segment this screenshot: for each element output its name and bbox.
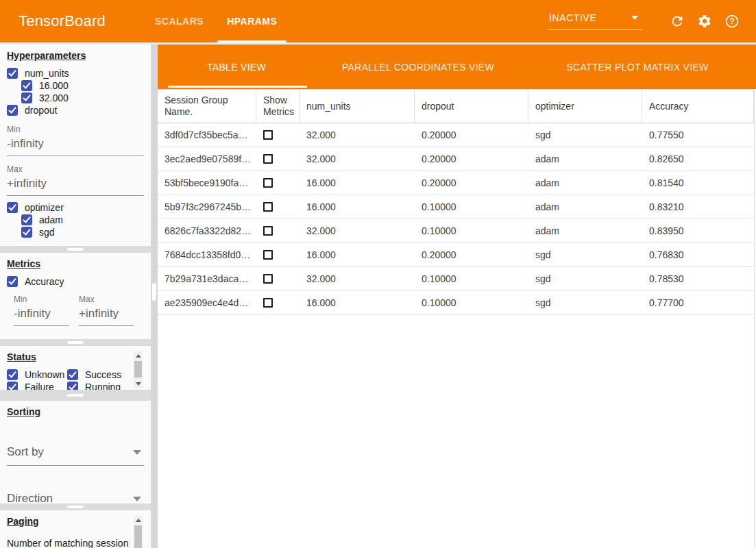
- table-row: ae235909ec4e4d… 16.000 0.10000 sgd 0.777…: [158, 291, 754, 315]
- accuracy-value: 0.77550: [642, 123, 754, 147]
- paging-scrollbar[interactable]: [134, 516, 143, 548]
- dropout-max-input[interactable]: +infinity: [7, 174, 144, 196]
- accuracy-value: 0.83210: [642, 195, 754, 219]
- checkbox-checked-icon[interactable]: [21, 80, 32, 91]
- checkbox-checked-icon[interactable]: [7, 276, 18, 287]
- status-unknown[interactable]: Unknown: [7, 369, 67, 381]
- show-metrics-checkbox[interactable]: [263, 250, 273, 260]
- col-header-optimizer: optimizer: [528, 90, 642, 123]
- run-status-dropdown[interactable]: INACTIVE: [548, 12, 642, 30]
- direction-dropdown[interactable]: Direction: [7, 490, 144, 503]
- status-failure[interactable]: Failure: [7, 381, 67, 390]
- checkbox-checked-icon[interactable]: [7, 68, 18, 79]
- scrollbar-thumb[interactable]: [134, 361, 142, 377]
- arrow-up-icon[interactable]: [136, 519, 141, 522]
- optimizer-value: sgd: [528, 267, 642, 290]
- hparam-optimizer-sgd[interactable]: sgd: [21, 226, 151, 238]
- accuracy-min-input[interactable]: -infinity: [14, 304, 69, 326]
- col-header-num-units: num_units: [300, 90, 415, 123]
- chevron-down-icon: [133, 450, 141, 455]
- dropout-value: 0.10000: [415, 195, 528, 219]
- scrollbar-thumb[interactable]: [134, 525, 142, 548]
- value-label: sgd: [39, 227, 55, 238]
- tab-scalars[interactable]: SCALARS: [143, 0, 215, 42]
- col-header-show-metrics: Show Metrics: [256, 90, 300, 123]
- checkbox-checked-icon[interactable]: [7, 202, 18, 213]
- show-metrics-checkbox[interactable]: [263, 298, 273, 308]
- hparam-num-units[interactable]: num_units: [7, 67, 151, 79]
- gear-icon[interactable]: [697, 14, 712, 29]
- accuracy-max-label: Max: [79, 295, 134, 304]
- num-units-value: 32.000: [300, 267, 415, 290]
- sidebar-scrollbar[interactable]: [151, 45, 158, 548]
- accuracy-value: 0.83950: [642, 219, 754, 242]
- hparam-optimizer-label: optimizer: [25, 202, 64, 213]
- accuracy-max-input[interactable]: +infinity: [79, 304, 134, 326]
- accuracy-value: 0.81540: [642, 171, 754, 195]
- status-running[interactable]: Running: [67, 381, 127, 390]
- metric-accuracy[interactable]: Accuracy: [7, 275, 151, 288]
- status-scrollbar[interactable]: [134, 351, 143, 388]
- hyperparameters-panel: Hyperparameters num_units 16.000 32.000 …: [0, 45, 151, 246]
- dropout-min-input[interactable]: -infinity: [7, 134, 144, 156]
- help-icon[interactable]: ?: [724, 14, 740, 29]
- status-running-label: Running: [85, 382, 121, 390]
- tab-parallel-coordinates-view[interactable]: PARALLEL COORDINATES VIEW: [315, 45, 521, 89]
- dropout-value: 0.20000: [415, 171, 528, 195]
- dropout-value: 0.20000: [415, 243, 528, 266]
- session-group-name: 3ec2aed9e07589f…: [158, 147, 256, 171]
- arrow-down-icon[interactable]: [136, 382, 141, 386]
- show-metrics-checkbox[interactable]: [263, 178, 273, 188]
- checkbox-checked-icon[interactable]: [7, 105, 18, 116]
- status-unknown-label: Unknown: [25, 369, 64, 380]
- scrollbar-thumb[interactable]: [152, 283, 156, 301]
- arrow-up-icon[interactable]: [136, 354, 141, 358]
- top-toolbar: TensorBoard SCALARS HPARAMS INACTIVE ?: [0, 0, 756, 42]
- show-metrics-checkbox[interactable]: [263, 154, 273, 164]
- checkbox-checked-icon[interactable]: [21, 214, 32, 225]
- optimizer-value: sgd: [528, 243, 642, 266]
- optimizer-value: sgd: [528, 123, 642, 147]
- paging-summary-text: Number of matching session groups: 8: [7, 537, 134, 548]
- sort-by-dropdown[interactable]: Sort by: [7, 444, 144, 466]
- panel-resize-handle[interactable]: [67, 394, 84, 397]
- hparam-optimizer-adam[interactable]: adam: [21, 214, 151, 226]
- app-title: TensorBoard: [19, 12, 106, 30]
- value-label: 16.000: [39, 80, 69, 91]
- chevron-down-icon: [631, 16, 638, 20]
- num-units-value: 32.000: [300, 123, 415, 147]
- dropout-value: 0.20000: [415, 147, 528, 171]
- checkbox-checked-icon[interactable]: [7, 382, 18, 390]
- show-metrics-checkbox[interactable]: [263, 130, 273, 140]
- checkbox-checked-icon[interactable]: [67, 382, 78, 390]
- run-status-value: INACTIVE: [549, 12, 596, 23]
- status-success[interactable]: Success: [67, 369, 127, 381]
- session-group-name: 7b29a731e3daca…: [158, 267, 256, 290]
- dropout-value: 0.10000: [415, 291, 528, 314]
- optimizer-value: adam: [528, 195, 642, 219]
- hparam-num-units-32[interactable]: 32.000: [21, 92, 151, 104]
- show-metrics-checkbox[interactable]: [263, 202, 273, 212]
- num-units-value: 16.000: [300, 243, 415, 266]
- show-metrics-checkbox[interactable]: [263, 274, 273, 284]
- tab-hparams[interactable]: HPARAMS: [215, 0, 289, 42]
- panel-resize-handle[interactable]: [67, 248, 84, 251]
- status-heading: Status: [7, 351, 36, 362]
- hparam-num-units-16[interactable]: 16.000: [21, 79, 151, 92]
- checkbox-checked-icon[interactable]: [67, 369, 78, 380]
- checkbox-checked-icon[interactable]: [21, 92, 32, 103]
- tab-table-view[interactable]: TABLE VIEW: [158, 45, 315, 89]
- checkbox-checked-icon[interactable]: [21, 227, 32, 238]
- hparam-dropout[interactable]: dropout: [7, 104, 151, 116]
- metrics-heading: Metrics: [7, 258, 40, 269]
- panel-resize-handle[interactable]: [67, 341, 84, 344]
- panel-resize-handle[interactable]: [67, 506, 84, 508]
- sidebar: Hyperparameters num_units 16.000 32.000 …: [0, 45, 158, 548]
- checkbox-checked-icon[interactable]: [7, 369, 18, 380]
- hparam-optimizer[interactable]: optimizer: [7, 201, 151, 214]
- value-label: 32.000: [39, 92, 69, 103]
- tab-scatter-plot-matrix-view[interactable]: SCATTER PLOT MATRIX VIEW: [521, 45, 754, 89]
- optimizer-value: sgd: [528, 291, 642, 314]
- show-metrics-checkbox[interactable]: [263, 226, 273, 236]
- refresh-icon[interactable]: [670, 14, 685, 29]
